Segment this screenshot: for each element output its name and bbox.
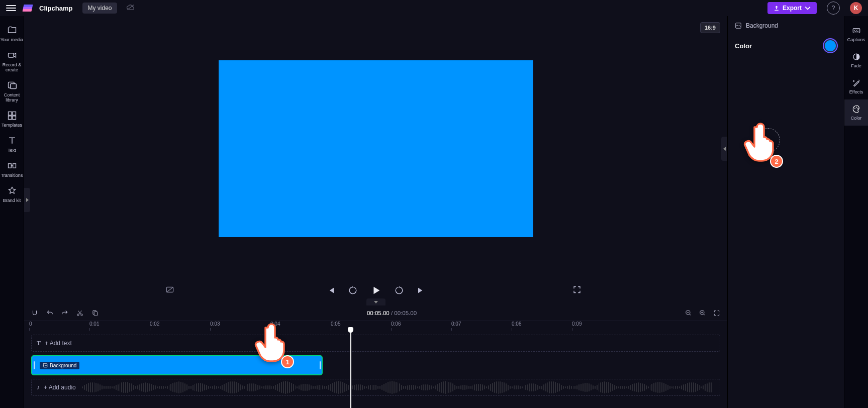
track-hint-label: + Add text xyxy=(45,340,72,347)
fit-zoom-button[interactable] xyxy=(713,310,720,317)
project-title-chip[interactable]: My video xyxy=(82,3,117,14)
svg-rect-1 xyxy=(8,53,14,57)
center-area: 16:9 xyxy=(24,16,727,408)
audio-track-placeholder[interactable]: ♪ + Add audio xyxy=(31,379,720,396)
preview-stage: 16:9 xyxy=(24,16,727,281)
color-swatch-button[interactable] xyxy=(824,39,837,52)
sidebar-your-media[interactable]: Your media xyxy=(0,21,24,46)
sidebar-item-label: Content library xyxy=(0,92,24,103)
brand-name: Clipchamp xyxy=(39,5,72,12)
transport-controls xyxy=(24,281,727,299)
svg-rect-3 xyxy=(10,84,16,89)
right-tab-label: Captions xyxy=(847,37,865,42)
text-icon xyxy=(7,136,17,146)
timeline-collapse-tab[interactable] xyxy=(366,298,385,305)
sidebar-text[interactable]: Text xyxy=(0,132,24,157)
right-tab-label: Color xyxy=(851,116,862,121)
video-track: Background xyxy=(31,357,720,374)
zoom-out-button[interactable] xyxy=(685,310,692,317)
svg-rect-9 xyxy=(13,164,16,168)
sidebar-record-create[interactable]: Record & create xyxy=(0,46,24,76)
export-button-label: Export xyxy=(783,5,802,12)
app-body: Your media Record & create Content libra… xyxy=(0,16,868,408)
video-canvas[interactable] xyxy=(219,60,533,237)
undo-button[interactable] xyxy=(46,310,53,317)
ruler-tick: 0:03 xyxy=(210,321,220,327)
aspect-ratio-chip[interactable]: 16:9 xyxy=(700,22,720,33)
audio-icon: ♪ xyxy=(37,384,40,391)
cloud-sync-off-icon[interactable] xyxy=(126,4,135,13)
timeline-playhead[interactable] xyxy=(350,331,351,408)
clip-right-handle[interactable] xyxy=(318,356,322,374)
ruler-tick: 0:07 xyxy=(451,321,461,327)
skip-back-button[interactable] xyxy=(325,285,336,296)
timeline-tracks: T + Add text Background ♪ xyxy=(24,331,727,408)
right-tab-color[interactable]: Color xyxy=(844,99,868,126)
right-tab-fade[interactable]: Fade xyxy=(844,47,868,73)
clip-label: Background xyxy=(50,363,76,368)
sidebar-templates[interactable]: Templates xyxy=(0,107,24,132)
hamburger-icon[interactable] xyxy=(6,3,16,13)
skip-forward-button[interactable] xyxy=(416,285,427,296)
split-clip-icon[interactable] xyxy=(76,310,83,317)
help-button[interactable]: ? xyxy=(827,2,840,15)
folder-icon xyxy=(7,25,17,35)
total-duration: 00:05.00 xyxy=(394,310,417,316)
ruler-tick: 0:09 xyxy=(572,321,582,327)
text-icon: T xyxy=(37,340,41,347)
export-button[interactable]: Export xyxy=(767,2,817,14)
ruler-tick: 0:04 xyxy=(270,321,280,327)
library-icon xyxy=(7,80,17,90)
right-sidebar: CC Captions Fade Effects Color xyxy=(844,16,868,408)
background-clip[interactable]: Background xyxy=(31,355,323,375)
right-tab-label: Fade xyxy=(851,63,861,68)
camera-icon xyxy=(7,50,17,60)
inspector-header: Background xyxy=(735,22,837,29)
templates-icon xyxy=(7,111,17,121)
transitions-icon xyxy=(7,161,17,171)
current-time: 00:05.00 xyxy=(367,310,390,316)
ruler-tick: 0:08 xyxy=(512,321,521,327)
step-forward-button[interactable] xyxy=(394,285,405,296)
text-track-placeholder[interactable]: T + Add text xyxy=(31,335,720,352)
inspector-panel: Background Color xyxy=(727,16,844,408)
ruler-tick: 0:01 xyxy=(89,321,99,327)
preview-area: 16:9 xyxy=(24,16,727,305)
right-panel-collapse-handle[interactable] xyxy=(721,137,727,161)
inspector-title: Background xyxy=(746,22,778,29)
right-tab-captions[interactable]: CC Captions xyxy=(844,21,868,47)
sidebar-brand-kit[interactable]: Brand kit xyxy=(0,182,24,207)
svg-point-26 xyxy=(856,107,857,108)
svg-line-0 xyxy=(127,5,134,10)
fullscreen-button[interactable] xyxy=(572,285,582,296)
magnet-snap-icon[interactable] xyxy=(31,310,38,317)
clip-left-handle[interactable] xyxy=(32,356,36,374)
ruler-tick: 0:06 xyxy=(391,321,401,327)
right-tab-effects[interactable]: Effects xyxy=(844,73,868,99)
zoom-in-button[interactable] xyxy=(699,310,706,317)
audio-waveform-decoration xyxy=(82,379,713,395)
ruler-tick: 0:02 xyxy=(150,321,159,327)
header-bar: Clipchamp My video Export ? K xyxy=(0,0,868,16)
sidebar-item-label: Transitions xyxy=(1,173,23,178)
play-button[interactable] xyxy=(369,284,382,297)
user-avatar[interactable]: K xyxy=(850,2,862,14)
sidebar-transitions[interactable]: Transitions xyxy=(0,157,24,182)
clipchamp-logo-icon[interactable] xyxy=(23,5,33,12)
timeline-ruler[interactable]: 00:010:020:030:040:050:060:070:080:09 xyxy=(24,321,727,331)
ruler-tick: 0 xyxy=(29,321,32,327)
svg-rect-4 xyxy=(8,112,12,116)
sidebar-content-library[interactable]: Content library xyxy=(0,76,24,107)
svg-line-11 xyxy=(166,287,173,292)
copy-clip-icon[interactable] xyxy=(91,310,99,317)
track-hint-label: + Add audio xyxy=(44,384,76,391)
left-sidebar: Your media Record & create Content libra… xyxy=(0,16,24,408)
redo-button[interactable] xyxy=(61,310,68,317)
app-root: Clipchamp My video Export ? K Your media… xyxy=(0,0,868,408)
step-back-button[interactable] xyxy=(347,285,358,296)
disable-preview-icon[interactable] xyxy=(165,285,175,296)
timecode-display: 00:05.00 / 00:05.00 xyxy=(107,310,677,316)
svg-text:CC: CC xyxy=(854,29,858,32)
svg-rect-8 xyxy=(8,164,11,168)
svg-point-25 xyxy=(854,108,855,109)
